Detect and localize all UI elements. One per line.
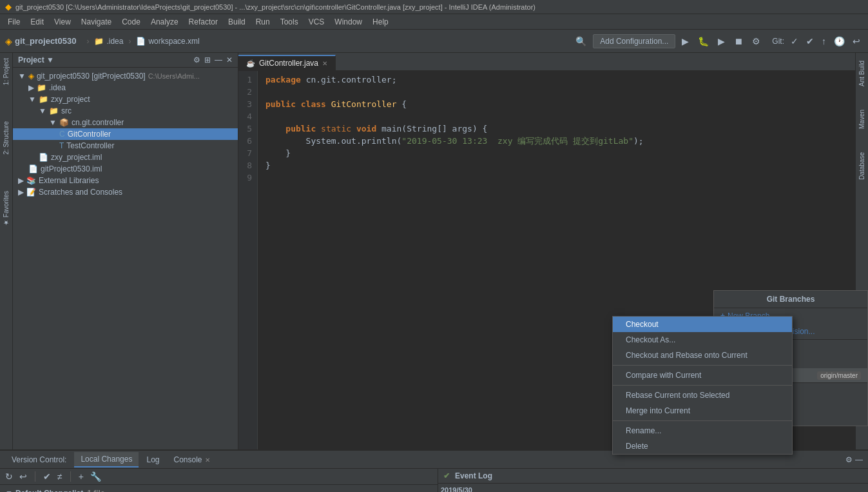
menu-tools[interactable]: Tools [275, 16, 304, 28]
menu-edit[interactable]: Edit [25, 16, 49, 28]
vc-sep2 [70, 471, 71, 482]
vc-group-header[interactable]: ▼ Default Changelist 1 file [0, 487, 438, 492]
menu-vcs[interactable]: VCS [304, 16, 330, 28]
git-push-icon[interactable]: ↑ [819, 35, 829, 48]
toolbar-right: 🔍 Add Configuration... ▶ 🐛 ▶ ⏹ ⚙ Git: ✓ … [573, 34, 863, 48]
menu-file[interactable]: File [3, 16, 25, 28]
minimize-vc-icon[interactable]: — [855, 455, 863, 464]
tree-item-testcontroller[interactable]: T TestController [13, 140, 238, 152]
git-commit-icon[interactable]: ✔ [804, 35, 816, 48]
tab-gitcontroller[interactable]: ☕ GitController.java ✕ [238, 55, 336, 70]
close-icon[interactable]: ✕ [226, 55, 233, 64]
app-icon: ◆ [5, 2, 12, 12]
tree-item-gitcontroller[interactable]: C GitController [13, 128, 238, 140]
tree-item-idea[interactable]: ▶ 📁 .idea [13, 82, 238, 93]
java-file-icon: ☕ [246, 59, 255, 68]
console-close-icon[interactable]: ✕ [205, 457, 210, 464]
rollback-icon[interactable]: ↩ [18, 470, 28, 483]
git-revert-icon[interactable]: ↩ [850, 35, 863, 48]
plus-icon[interactable]: + [77, 470, 85, 483]
ctx-checkout[interactable]: Checkout [613, 317, 792, 332]
run-icon[interactable]: ▶ [679, 35, 691, 48]
ctx-rebase[interactable]: Rebase Current onto Selected [613, 388, 792, 403]
project-tab[interactable]: 1: Project [1, 55, 11, 88]
tree-src-label: src [61, 106, 72, 115]
expand-icon[interactable]: ⊞ [204, 55, 211, 64]
ant-build-tab[interactable]: Ant Build [856, 55, 868, 92]
settings-vc-icon[interactable]: ⚙ [845, 455, 853, 464]
tree-item-src[interactable]: ▼ 📁 src [13, 105, 238, 117]
debug-icon[interactable]: 🐛 [695, 35, 711, 48]
iml-icon: 📄 [39, 153, 48, 162]
run-coverage-icon[interactable]: ▶ [715, 35, 728, 48]
maven-tab[interactable]: Maven [856, 104, 868, 134]
tab-close-button[interactable]: ✕ [322, 60, 327, 67]
group-count: 1 file [87, 489, 104, 492]
project-folder-icon: ◈ [28, 72, 34, 81]
project-tree: ▼ ◈ git_project0530 [gitProject0530] C:\… [13, 68, 238, 449]
vc-list: ▼ Default Changelist 1 file 📄 workspace.… [0, 485, 438, 492]
ctx-checkout-as[interactable]: Checkout As... [613, 332, 792, 348]
tab-console[interactable]: Console✕ [167, 453, 216, 467]
ctx-sep3 [613, 420, 792, 421]
settings-icon[interactable]: ⚙ [749, 35, 763, 48]
ctx-compare[interactable]: Compare with Current [613, 368, 792, 383]
tree-item-zxy[interactable]: ▼ 📁 zxy_project [13, 93, 238, 105]
menu-run[interactable]: Run [251, 16, 275, 28]
tree-git-iml-label: gitProject0530.iml [41, 164, 102, 173]
ctx-checkout-rebase[interactable]: Checkout and Rebase onto Current [613, 348, 792, 363]
ctx-rename[interactable]: Rename... [613, 423, 792, 438]
tree-item-root[interactable]: ▼ ◈ git_project0530 [gitProject0530] C:\… [13, 70, 238, 82]
menu-help[interactable]: Help [367, 16, 394, 28]
tab-vc-label: Version Control: [5, 453, 73, 467]
menu-view[interactable]: View [49, 16, 76, 28]
tree-item-zxy-iml[interactable]: 📄 zxy_project.iml [13, 152, 238, 163]
git-history-icon[interactable]: 🕐 [831, 35, 847, 48]
log-entry-1: 2019/5/30 13:26 Branch zhangxinyu was cr… [441, 486, 865, 492]
menu-window[interactable]: Window [329, 16, 367, 28]
collapse-icon[interactable]: — [215, 55, 222, 64]
stop-icon[interactable]: ⏹ [731, 35, 746, 48]
xml-file-icon: 📄 [136, 37, 146, 46]
sidebar-header: Project ▼ ⚙ ⊞ — ✕ [13, 53, 238, 68]
scratches-icon: 📝 [26, 188, 36, 197]
diff-icon[interactable]: ≠ [56, 470, 64, 483]
test-class-icon: T [59, 141, 64, 150]
event-log-content: 2019/5/30 13:26 Branch zhangxinyu was cr… [438, 484, 868, 492]
menu-refactor[interactable]: Refactor [184, 16, 223, 28]
vc-panel: ↻ ↩ ✔ ≠ + 🔧 ▼ Default Changelist 1 file [0, 469, 438, 492]
tab-local-changes[interactable]: Local Changes [74, 452, 139, 467]
editor-tabs: ☕ GitController.java ✕ [238, 53, 855, 71]
title-text: git_project0530 [C:\Users\Administrator\… [15, 3, 535, 11]
ctx-delete[interactable]: Delete [613, 438, 792, 454]
tree-item-git-iml[interactable]: 📄 gitProject0530.iml [13, 163, 238, 175]
database-tab[interactable]: Database [856, 147, 868, 185]
favorites-tab[interactable]: ★ Favorites [1, 188, 11, 229]
tree-gitcontroller-label: GitController [68, 130, 111, 139]
add-configuration-button[interactable]: Add Configuration... [593, 34, 675, 48]
menu-bar: File Edit View Navigate Code Analyze Ref… [0, 14, 868, 30]
tree-item-scratches[interactable]: ▶ 📝 Scratches and Consoles [13, 186, 238, 198]
ctx-merge[interactable]: Merge into Current [613, 403, 792, 418]
menu-code[interactable]: Code [117, 16, 146, 28]
tab-log[interactable]: Log [140, 453, 166, 467]
menu-navigate[interactable]: Navigate [76, 16, 117, 28]
tree-item-package[interactable]: ▼ 📦 cn.git.controller [13, 117, 238, 128]
menu-analyze[interactable]: Analyze [146, 16, 184, 28]
structure-tab[interactable]: 2: Structure [1, 119, 11, 157]
tools-icon[interactable]: 🔧 [89, 470, 102, 483]
group-name: Default Changelist [15, 489, 83, 492]
package-icon: 📦 [59, 118, 69, 127]
tree-scratches-label: Scratches and Consoles [39, 188, 122, 197]
gear-icon[interactable]: ⚙ [193, 55, 200, 64]
git-iml-icon: 📄 [28, 164, 38, 173]
menu-build[interactable]: Build [223, 16, 251, 28]
commit-icon[interactable]: ✔ [42, 470, 52, 483]
git-update-icon[interactable]: ✓ [788, 35, 801, 48]
tree-package-label: cn.git.controller [72, 118, 124, 127]
refresh-icon[interactable]: ↻ [4, 470, 14, 483]
search-everywhere-icon[interactable]: 🔍 [573, 35, 589, 48]
event-log-header: ✔ Event Log [438, 469, 868, 484]
project-icon: ◈ [5, 36, 12, 46]
tree-item-external[interactable]: ▶ 📚 External Libraries [13, 175, 238, 186]
